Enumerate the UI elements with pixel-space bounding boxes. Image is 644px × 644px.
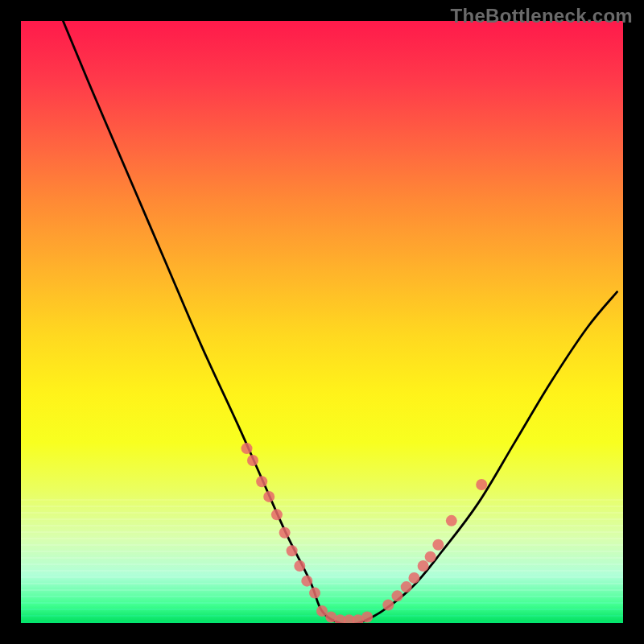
data-dot — [432, 539, 444, 551]
data-dot — [256, 476, 267, 487]
data-dot — [476, 479, 487, 490]
curve-path — [63, 21, 617, 623]
data-dot — [301, 576, 312, 587]
data-dot — [294, 560, 305, 572]
dots-group — [242, 443, 488, 623]
data-dot — [425, 551, 436, 563]
data-dot — [242, 443, 253, 454]
data-dot — [418, 560, 429, 572]
data-dot — [392, 590, 403, 601]
data-dot — [446, 515, 457, 526]
data-dot — [271, 509, 283, 520]
data-dot — [263, 491, 275, 502]
watermark-text: TheBottleneck.com — [451, 5, 633, 27]
chart-root: TheBottleneck.com — [0, 0, 644, 644]
chart-svg — [21, 21, 623, 623]
data-dot — [247, 455, 258, 466]
data-dot — [287, 545, 298, 556]
data-dot — [408, 572, 419, 584]
data-dot — [361, 612, 373, 623]
data-dot — [279, 527, 291, 539]
data-dot — [382, 600, 394, 611]
data-dot — [309, 588, 320, 599]
data-dot — [401, 581, 412, 592]
plot-area — [21, 21, 623, 623]
